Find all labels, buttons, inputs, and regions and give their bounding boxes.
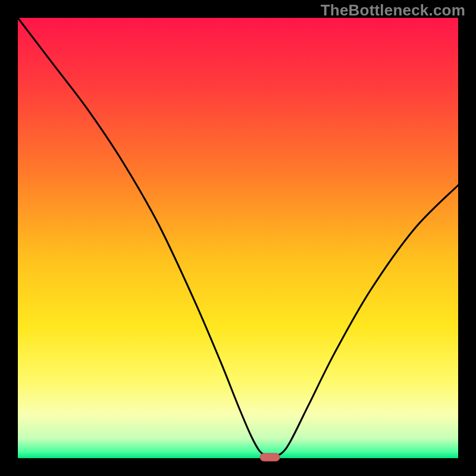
optimal-marker xyxy=(260,453,280,461)
plot-background xyxy=(18,18,458,458)
bottleneck-chart xyxy=(0,0,476,476)
watermark-text: TheBottleneck.com xyxy=(321,1,465,20)
chart-frame: { "watermark": "TheBottleneck.com", "col… xyxy=(0,0,476,476)
